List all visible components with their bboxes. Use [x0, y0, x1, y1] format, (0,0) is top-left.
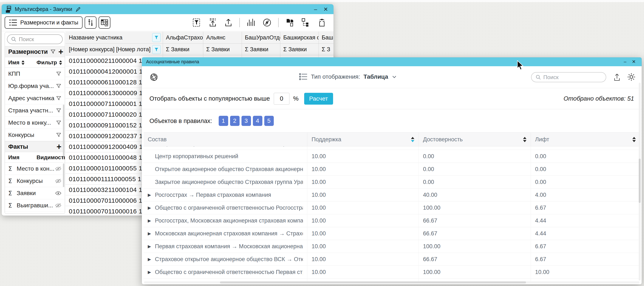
row-filter-icon[interactable]: [56, 108, 62, 113]
add-fact-button[interactable]: +: [56, 142, 62, 151]
expand-arrow-icon[interactable]: ▶: [148, 192, 155, 197]
participant-column-header[interactable]: БашУралОтдел: [242, 32, 280, 43]
expand-arrow-icon[interactable]: ▶: [148, 218, 155, 223]
dialog-search-input[interactable]: [543, 74, 592, 81]
rule-row[interactable]: ▶Открытое акционерное общество Страховая…: [144, 163, 640, 176]
dimension-item[interactable]: Конкурсы: [5, 129, 65, 141]
rule-row[interactable]: ▶Первая страховая компания → Московская …: [144, 240, 640, 253]
eye-off-icon[interactable]: [55, 178, 62, 184]
dimensions-scrollbar[interactable]: [63, 105, 64, 159]
sort-name-control[interactable]: [22, 60, 24, 65]
column-settings-button[interactable]: [85, 16, 96, 29]
rule-size-button[interactable]: 3: [242, 116, 251, 126]
measure-column-header[interactable]: Σ Заявки: [203, 44, 242, 55]
dialog-minimize-button[interactable]: –: [622, 59, 628, 64]
close-button[interactable]: ✕: [322, 6, 330, 12]
globe-icon[interactable]: [150, 73, 158, 82]
shown-objects-count: Отобрано объектов: 51: [564, 95, 634, 102]
rule-size-button[interactable]: 5: [264, 116, 274, 126]
copy-pages-icon[interactable]: [285, 18, 295, 27]
export-icon[interactable]: [224, 18, 233, 27]
expand-arrow-icon[interactable]: ▶: [148, 270, 155, 275]
row-filter-icon[interactable]: [56, 120, 62, 125]
rule-size-button[interactable]: 2: [230, 116, 240, 126]
dimension-item[interactable]: Страна участн...: [5, 104, 65, 117]
expand-arrow-icon[interactable]: ▶: [148, 244, 155, 249]
filter-icon[interactable]: [50, 49, 56, 54]
fact-item[interactable]: ΣЗаявки: [5, 187, 65, 199]
expand-arrow-icon[interactable]: ▶: [148, 205, 155, 210]
rule-row[interactable]: ▶Общество с ограниченной ответственность…: [144, 266, 640, 279]
expand-arrow-icon[interactable]: ▶: [148, 257, 155, 262]
sidebar-search-input[interactable]: [19, 36, 55, 43]
column-filter-icon[interactable]: [152, 45, 161, 54]
calculate-button[interactable]: Расчет: [304, 93, 333, 105]
participant-column-header[interactable]: Альянс: [203, 32, 242, 43]
row-filter-icon[interactable]: [56, 96, 62, 101]
participant-column-header[interactable]: Баш: [319, 32, 334, 43]
expand-arrow-icon[interactable]: ▶: [148, 231, 155, 236]
watch-view-icon[interactable]: [317, 18, 327, 27]
rule-size-button[interactable]: 1: [219, 116, 228, 126]
rule-row[interactable]: ▶Центр корпоративных решений10.000.000.0…: [144, 150, 640, 163]
dialog-export-icon[interactable]: [612, 72, 622, 82]
row-filter-icon[interactable]: [56, 71, 62, 77]
dialog-close-button[interactable]: ✕: [630, 59, 638, 64]
eye-icon[interactable]: [55, 190, 62, 196]
row-filter-icon[interactable]: [56, 83, 62, 89]
dimensions-facts-button[interactable]: Размерности и факты: [5, 16, 82, 29]
fact-item[interactable]: ΣМесто в кон...: [5, 163, 65, 175]
minimize-button[interactable]: –: [312, 6, 319, 12]
horizontal-scrollbar-thumb[interactable]: [220, 281, 526, 284]
rule-size-button[interactable]: 4: [253, 116, 262, 126]
participant-column-header[interactable]: АльфаСтрахова: [163, 32, 203, 43]
dimension-item[interactable]: Адрес участника: [5, 92, 65, 104]
edit-title-icon[interactable]: [75, 6, 81, 12]
measure-column-header[interactable]: Σ Заявки: [242, 44, 280, 55]
add-dimension-button[interactable]: +: [58, 47, 63, 56]
import-icon[interactable]: [208, 18, 218, 27]
sort-support-control[interactable]: [411, 137, 414, 142]
measure-column-header[interactable]: Σ З: [319, 44, 334, 55]
column-filter-icon[interactable]: [152, 33, 161, 42]
column-header-support[interactable]: Поддержка: [307, 133, 419, 146]
filter-selection-icon[interactable]: [192, 18, 202, 27]
rule-row[interactable]: ▶Росгосстрах, Московская акционерная стр…: [144, 214, 640, 227]
bar-chart-icon[interactable]: [246, 18, 256, 27]
eye-off-icon[interactable]: [55, 203, 62, 208]
sort-lift-control[interactable]: [632, 137, 636, 142]
facts-scrollbar[interactable]: [63, 163, 64, 187]
row-filter-icon[interactable]: [56, 132, 62, 138]
column-header-composition[interactable]: Состав: [144, 133, 307, 146]
dimension-item[interactable]: Юр.форма уча...: [5, 80, 65, 92]
settings-gear-icon[interactable]: [627, 72, 636, 81]
rule-row[interactable]: ▶Общество с ограниченной ответственность…: [144, 201, 640, 214]
dimension-item[interactable]: КПП: [5, 68, 65, 80]
rule-row[interactable]: ▶Московская акционерная страховая компан…: [144, 227, 640, 240]
popularity-threshold-input[interactable]: [274, 93, 290, 105]
sort-filter-control[interactable]: [59, 60, 62, 65]
compass-icon[interactable]: [262, 18, 272, 27]
rule-row[interactable]: ▶Росгосстрах, Первая страховая компания …: [144, 279, 640, 281]
rule-row[interactable]: ▶Страховое открытое акционерное общество…: [144, 253, 640, 266]
measure-column-header[interactable]: Σ Заявки: [163, 44, 203, 55]
rule-row[interactable]: ▶Закрытое акционерное общество Страховая…: [144, 176, 640, 189]
eye-off-icon[interactable]: [55, 166, 62, 171]
vertical-scrollbar-thumb[interactable]: [639, 159, 640, 203]
dimension-item[interactable]: Место в конку...: [5, 117, 65, 129]
measure-column-header[interactable]: Σ Заявки: [280, 44, 319, 55]
display-type-selector[interactable]: Тип отображения: Таблица: [299, 72, 397, 81]
column-header-lift[interactable]: Лифт: [531, 133, 640, 146]
sidebar-search[interactable]: [7, 34, 63, 44]
participant-column-header[interactable]: Башкирская ст: [280, 32, 319, 43]
fact-item[interactable]: ΣВыигравши...: [5, 199, 65, 212]
display-type-list-icon: [299, 72, 308, 81]
hierarchy-icon[interactable]: [301, 18, 311, 27]
fact-item[interactable]: ΣКонкурсы: [5, 175, 65, 187]
column-header-confidence[interactable]: Достоверность: [419, 133, 531, 146]
rule-row[interactable]: ▶Росгосстрах → Первая страховая компания…: [144, 189, 640, 201]
table-view-button[interactable]: [98, 16, 110, 29]
dialog-search[interactable]: [531, 72, 606, 82]
sort-confidence-control[interactable]: [523, 137, 526, 142]
rule-row[interactable]: ▶Общество с ограниченной ответственность…: [144, 146, 640, 150]
